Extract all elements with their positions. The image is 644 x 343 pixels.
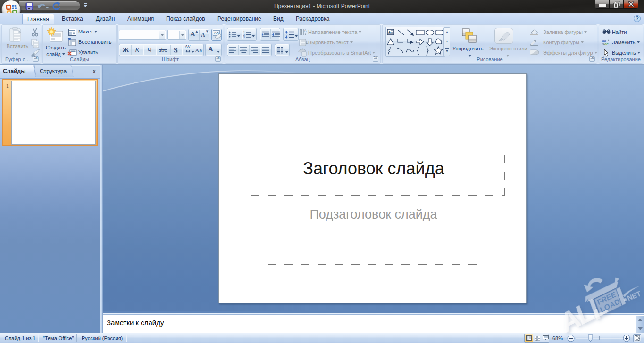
svg-text:A: A bbox=[304, 28, 307, 33]
svg-text:ac: ac bbox=[604, 42, 608, 46]
svg-text:A: A bbox=[388, 30, 391, 33]
svg-text:3: 3 bbox=[243, 36, 245, 38]
